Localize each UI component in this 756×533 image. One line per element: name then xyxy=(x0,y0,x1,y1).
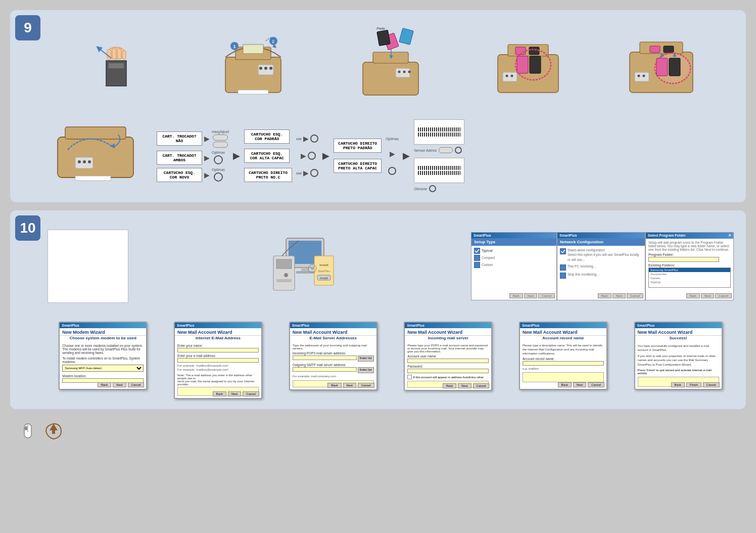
folder-item-games: Games xyxy=(649,276,730,280)
mail3-cancel-btn[interactable]: Cancel xyxy=(473,383,490,388)
menu-diagram: CART. TROCADO?NÃO ▶ marg/bjiust CART. TR… xyxy=(157,119,734,192)
modem-cancel-btn[interactable]: Cancel xyxy=(128,382,145,387)
mail2-back-btn[interactable]: Back xyxy=(327,383,341,388)
recycle-svg xyxy=(43,421,64,441)
section-9-number: 9 xyxy=(15,15,40,40)
bottom-icons-row xyxy=(10,417,746,446)
mail1-body: Enter your name: Enter your e-mail addre… xyxy=(175,342,261,398)
printer-illus-4-svg xyxy=(488,27,569,105)
mail5-cancel-btn[interactable]: Cancel xyxy=(703,382,720,387)
svg-text:2: 2 xyxy=(272,39,275,44)
arrow-2: ▶ xyxy=(204,154,210,162)
folder-body: Setup will add program icons to the Prog… xyxy=(646,239,733,290)
mail4-back-btn[interactable]: Back xyxy=(558,382,572,387)
mail1-name-input[interactable] xyxy=(177,348,259,352)
mail2-find-btn-1[interactable]: finder list xyxy=(358,356,374,362)
menu-box-cartucho-esq-novo: CARTUCHO ESQ.COR NOVO xyxy=(157,168,202,182)
mail1-back-btn[interactable]: Back xyxy=(213,391,226,396)
mail4-highlight-box xyxy=(523,372,604,382)
menu-row-3: CARTUCHO ESQ.COR NOVO ▶ Optimax xyxy=(157,168,229,182)
menu-row-cartucho-alta: CARTUCHO ESQ.COR ALTA CAPAC xyxy=(244,149,292,163)
mail1-buttons: Back Next Cancel xyxy=(213,391,259,396)
cancel-btn[interactable]: Cancel xyxy=(538,293,555,298)
svg-point-66 xyxy=(284,273,288,277)
svg-point-17 xyxy=(264,67,267,70)
mail1-email-label: Enter your e-mail address: xyxy=(177,354,259,358)
net-option-monitoring: Stop this monitoring... xyxy=(560,272,642,279)
mail1-email-input[interactable] xyxy=(177,358,259,363)
svg-rect-45 xyxy=(664,46,674,53)
mail3-username-input[interactable] xyxy=(407,359,489,363)
mail2-outgoing-row: finder list xyxy=(293,367,374,373)
mail2-next-btn[interactable]: Next xyxy=(343,383,356,388)
svg-point-58 xyxy=(88,160,91,163)
mouse-icon xyxy=(20,421,35,441)
printer-illus-5-svg xyxy=(622,27,708,105)
select-folder-screen: Select Program Folder ✕ Setup will add p… xyxy=(645,232,734,300)
folder-input[interactable] xyxy=(648,257,719,262)
mail5-back-btn[interactable]: Back xyxy=(671,382,685,387)
mail5-titlebar: SmartPlus xyxy=(635,323,722,328)
mail4-record-input[interactable] xyxy=(523,361,604,366)
next-btn[interactable]: Next xyxy=(524,293,537,298)
folder-next-btn[interactable]: Next xyxy=(701,293,714,298)
net-cancel-btn[interactable]: Cancel xyxy=(627,293,643,298)
illus-1 xyxy=(48,23,185,109)
mail4-cancel-btn[interactable]: Cancel xyxy=(588,382,604,387)
mail2-find-btn-2[interactable]: finder list xyxy=(358,367,374,373)
net-back-btn[interactable]: Back xyxy=(598,293,611,298)
menu-middle-column: CARTUCHO ESQ.COR PADRÃO CARTUCHO ESQ.COR… xyxy=(244,129,292,182)
arrow-3: ▶ xyxy=(204,171,210,179)
mail3-wizard-title: New Mail Account Wizard xyxy=(405,328,491,336)
network-buttons: Back Next Cancel xyxy=(598,293,643,298)
mail1-next-btn[interactable]: Next xyxy=(228,391,241,396)
mail3-remember-checkbox[interactable] xyxy=(407,375,412,379)
existing-folders-label: Existing Folders: xyxy=(648,263,731,267)
menu-box-cartucho-dir-preto-padrao: CARTUCHO DIREITOPRETO PADRÃO xyxy=(334,139,382,153)
mail2-cancel-btn[interactable]: Cancel xyxy=(358,383,374,388)
mail1-cancel-btn[interactable]: Cancel xyxy=(243,391,259,396)
net-monitoring-label: Stop this monitoring... xyxy=(568,272,599,277)
modem-select[interactable]: Samsung MFP, Auto-detect xyxy=(62,365,144,372)
mail3-buttons: Back Next Cancel xyxy=(443,383,489,388)
mail3-remember-label: If this account will appear in address A… xyxy=(413,376,484,379)
modem-wizard-screen: SmartPlus New Modem Wizard Choose system… xyxy=(59,322,147,390)
svg-rect-1 xyxy=(109,63,124,68)
mail3-password-input[interactable] xyxy=(407,369,489,373)
modem-back-btn[interactable]: Back xyxy=(98,382,111,387)
main-arrow-1: ▶ xyxy=(233,150,240,161)
mail2-incoming-input[interactable] xyxy=(293,356,357,360)
mail5-wizard-title: New Mail Account Wizard xyxy=(635,328,722,336)
mail5-finish-btn[interactable]: Finish xyxy=(686,382,701,387)
svg-rect-25 xyxy=(377,30,391,46)
svg-point-30 xyxy=(403,70,405,73)
mail2-section-title: E-Mail Server Addresses xyxy=(290,336,376,340)
svg-rect-37 xyxy=(517,56,528,73)
svg-point-40 xyxy=(505,74,508,77)
svg-point-50 xyxy=(638,74,640,77)
pc-illus: Install SmartThru Install xyxy=(128,230,471,303)
mail3-section-title: Incoming mail server xyxy=(405,336,491,340)
svg-rect-19 xyxy=(238,90,268,94)
mail3-next-btn[interactable]: Next xyxy=(458,383,471,388)
svg-rect-53 xyxy=(65,127,126,139)
mail4-desc: Please type a descriptive name. This wil… xyxy=(523,344,604,356)
mail3-back-btn[interactable]: Back xyxy=(443,383,456,388)
net-next-btn[interactable]: Next xyxy=(612,293,626,298)
folder-close-btn[interactable]: ✕ xyxy=(728,234,731,238)
modem-desc: Choose one or more modems installed on y… xyxy=(62,344,144,354)
folder-back-btn[interactable]: Back xyxy=(686,293,700,298)
main-arrow-3: ▶ xyxy=(403,150,410,161)
network-titlebar: SmartPlus xyxy=(557,233,645,238)
svg-text:SmartThru: SmartThru xyxy=(318,270,330,273)
modem-options: Modem location: xyxy=(62,374,144,383)
folder-desc: Setup will add program icons to the Prog… xyxy=(648,241,731,251)
arrow-1: ▶ xyxy=(204,135,210,143)
printer-illus-3-svg: Preto xyxy=(350,27,431,105)
back-btn[interactable]: Back xyxy=(509,293,523,298)
mail4-next-btn[interactable]: Next xyxy=(573,382,586,387)
modem-next-btn[interactable]: Next xyxy=(113,382,126,387)
folder-cancel-btn[interactable]: Cancel xyxy=(715,293,732,298)
mail2-outgoing-input[interactable] xyxy=(293,367,357,372)
circle-btn-2 xyxy=(214,172,223,182)
